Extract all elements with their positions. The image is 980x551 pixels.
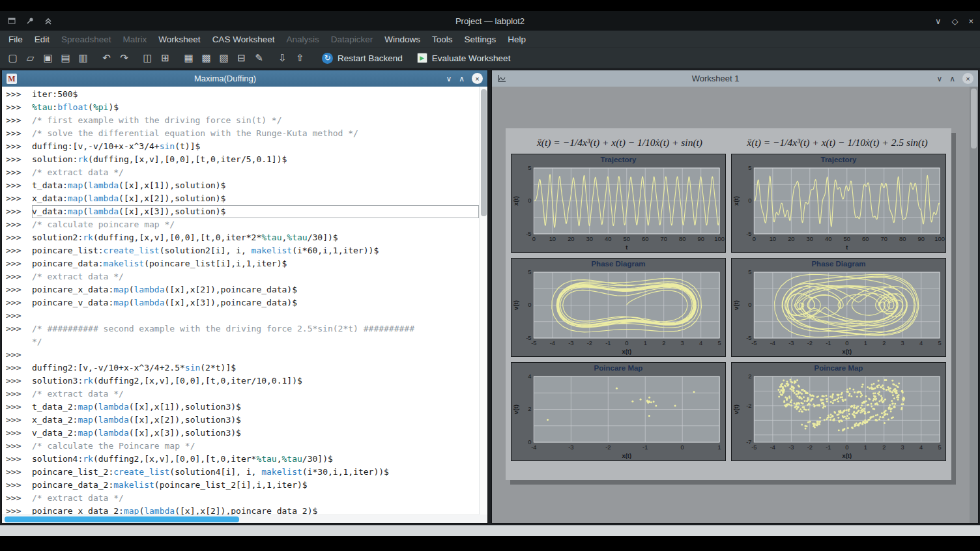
- cas-maximize-button[interactable]: ∧: [459, 74, 465, 83]
- code-line-active[interactable]: >>>v_data:map(lambda([x],x[3]),solution)…: [6, 205, 479, 218]
- code-area[interactable]: >>>iter:500$>>>%tau:bfloat(%pi)$>>>/* fi…: [2, 87, 479, 515]
- plot-poincare-sin[interactable]: Poincare Map-4-3-2-101024x(t)v(t): [511, 362, 726, 461]
- code-line[interactable]: >>>duffing2:[v,-v/10+x-x^3/4+2.5*sin(2*t…: [6, 361, 479, 374]
- cas-horizontal-scrollbar[interactable]: [2, 515, 479, 523]
- code-line[interactable]: >>>/* extract data */: [6, 270, 479, 283]
- plot-poincare-2.5sin[interactable]: Poincare Map-5-4-3-2-10123452-2-7x(t)v(t…: [731, 362, 946, 461]
- code-line[interactable]: >>>iter:500$: [6, 88, 479, 101]
- code-line[interactable]: >>>/* solve the differential equation wi…: [6, 127, 479, 140]
- redo-icon[interactable]: ↷: [115, 50, 133, 66]
- code-line[interactable]: >>>/* calculate poincare map */: [6, 218, 479, 231]
- cas-minimize-button[interactable]: ∨: [446, 74, 452, 83]
- code-line[interactable]: >>>/* ########## second example with the…: [6, 322, 479, 335]
- cas-vertical-scrollbar-thumb[interactable]: [481, 89, 487, 216]
- svg-text:100: 100: [934, 235, 945, 242]
- worksheet-close-button[interactable]: ×: [962, 73, 973, 84]
- worksheet-vertical-scrollbar[interactable]: [970, 87, 978, 523]
- code-line[interactable]: >>>solution2:rk(duffing,[x,v],[0,0],[t,0…: [6, 231, 479, 244]
- svg-text:3: 3: [901, 339, 904, 346]
- menu-edit[interactable]: Edit: [29, 32, 55, 47]
- plot-trajectory-sin[interactable]: Trajectory0102030405060708090100-505tx(t…: [511, 154, 726, 253]
- code-text: t_data:map(lambda([x],x[1]),solution)$: [32, 179, 479, 192]
- code-line[interactable]: >>>solution:rk(duffing,[x,v],[0,0],[t,0,…: [6, 153, 479, 166]
- export-icon[interactable]: ⇧: [291, 50, 309, 66]
- code-line[interactable]: >>>x_data:map(lambda([x],x[2]),solution)…: [6, 192, 479, 205]
- code-line[interactable]: */: [6, 335, 479, 348]
- color-pen-icon[interactable]: ✎: [250, 50, 268, 66]
- code-line[interactable]: >>>solution4:rk(duffing2,[x,v],[0,0],[t,…: [6, 453, 479, 466]
- code-line[interactable]: >>>: [6, 348, 479, 361]
- svg-text:x(t): x(t): [512, 196, 519, 206]
- code-line[interactable]: >>>t_data:map(lambda([x],x[1]),solution)…: [6, 179, 479, 192]
- close-button[interactable]: ×: [968, 16, 973, 26]
- new-spreadsheet-icon[interactable]: ▦: [180, 50, 197, 66]
- menu-settings[interactable]: Settings: [459, 32, 502, 47]
- code-line[interactable]: >>>poincare_x_data_2:map(lambda([x],x[2]…: [6, 505, 479, 515]
- plot-phase-2.5sin[interactable]: Phase Diagram-5-4-3-2-1012345-505x(t)v(t…: [731, 258, 946, 357]
- menu-cas-worksheet[interactable]: CAS Worksheet: [207, 32, 281, 47]
- code-line[interactable]: >>>/* first example with the driving for…: [6, 114, 479, 127]
- new-worksheet-icon[interactable]: ▧: [215, 50, 233, 66]
- code-line[interactable]: >>>poincare_list_2:create_list(solution4…: [6, 466, 479, 479]
- worksheet-minimize-button[interactable]: ∨: [936, 74, 942, 83]
- restart-backend-button[interactable]: ↻ Restart Backend: [315, 49, 410, 66]
- worksheet-window-titlebar[interactable]: Worksheet 1 ∨ ∧ ×: [492, 70, 978, 87]
- pin-icon[interactable]: [25, 16, 35, 26]
- print-preview-icon[interactable]: ▥: [74, 50, 92, 66]
- cas-close-button[interactable]: ×: [472, 73, 483, 84]
- undo-icon[interactable]: ↶: [98, 50, 115, 66]
- menu-windows[interactable]: Windows: [379, 32, 426, 47]
- minimize-button[interactable]: ∨: [935, 16, 942, 26]
- open-folder-icon[interactable]: ▱: [22, 50, 39, 66]
- svg-text:5: 5: [528, 165, 531, 171]
- keep-above-icon[interactable]: [43, 16, 53, 26]
- code-line[interactable]: >>>x_data_2:map(lambda([x],x[2]),solutio…: [6, 414, 479, 427]
- code-line[interactable]: >>>t_data_2:map(lambda([x],x[1]),solutio…: [6, 401, 479, 414]
- cas-editor[interactable]: >>>iter:500$>>>%tau:bfloat(%pi)$>>>/* fi…: [2, 87, 487, 523]
- cas-window-titlebar[interactable]: M Maxima(Duffing) ∨ ∧ ×: [2, 70, 487, 87]
- new-cas-worksheet-icon[interactable]: ⊞: [156, 50, 174, 66]
- worksheet-view[interactable]: ẍ(t) = −1/4x³(t) + x(t) − 1/10ẋ(t) + sin…: [492, 87, 978, 523]
- prompt: >>>: [6, 401, 32, 414]
- maximize-button[interactable]: ◇: [951, 16, 958, 26]
- equation-label-2: ẍ(t) = −1/4x³(t) + x(t) − 1/10ẋ(t) + 2.5…: [728, 137, 946, 148]
- new-notes-icon[interactable]: ⊟: [233, 50, 250, 66]
- prompt: >>>: [6, 427, 32, 440]
- menu-worksheet[interactable]: Worksheet: [152, 32, 206, 47]
- code-line[interactable]: >>>/* extract data */: [6, 388, 479, 401]
- worksheet-page[interactable]: ẍ(t) = −1/4x³(t) + x(t) − 1/10ẋ(t) + sin…: [506, 128, 951, 480]
- code-line[interactable]: >>>poincare_v_data:map(lambda([x],x[3]),…: [6, 296, 479, 309]
- code-line[interactable]: >>>/* extract data */: [6, 492, 479, 505]
- code-line[interactable]: >>>v_data_2:map(lambda([x],x[3]),solutio…: [6, 427, 479, 440]
- worksheet-maximize-button[interactable]: ∧: [949, 74, 955, 83]
- evaluate-worksheet-button[interactable]: ▶ Evaluate Worksheet: [410, 49, 518, 66]
- new-workbook-icon[interactable]: ◫: [139, 50, 156, 66]
- code-line[interactable]: >>>%tau:bfloat(%pi)$: [6, 101, 479, 114]
- print-icon[interactable]: ▤: [57, 50, 74, 66]
- code-line[interactable]: >>>poincare_x_data:map(lambda([x],x[2]),…: [6, 283, 479, 296]
- code-line[interactable]: >>>poincare_data_2:makelist(poincare_lis…: [6, 479, 479, 492]
- cas-vertical-scrollbar[interactable]: [479, 87, 487, 515]
- menu-help[interactable]: Help: [502, 32, 532, 47]
- new-matrix-icon[interactable]: ▩: [197, 50, 215, 66]
- code-line[interactable]: >>>: [6, 309, 479, 322]
- code-line[interactable]: >>>poincare_list:create_list(solution2[i…: [6, 244, 479, 257]
- plot-trajectory-2.5sin[interactable]: Trajectory0102030405060708090100-505tx(t…: [731, 154, 946, 253]
- menu-file[interactable]: File: [3, 32, 29, 47]
- plot-canvas: -5-4-3-2-10123452-2-7x(t)v(t): [732, 373, 945, 460]
- new-document-icon[interactable]: ▢: [4, 50, 22, 66]
- code-line[interactable]: >>>poincare_data:makelist(poincare_list[…: [6, 257, 479, 270]
- code-line[interactable]: >>>solution3:rk(duffing2,[x,v],[0,0],[t,…: [6, 374, 479, 388]
- toolbar: ▢▱▣▤▥↶↷◫⊞▦▩▧⊟✎⇩⇧ ↻ Restart Backend ▶ Eva…: [0, 48, 980, 68]
- code-line[interactable]: >>>duffing:[v,-v/10+x-x^3/4+sin(t)]$: [6, 140, 479, 153]
- save-icon[interactable]: ▣: [39, 50, 57, 66]
- code-line[interactable]: >>>/* calculate the Poincare map */: [6, 440, 479, 453]
- cas-horizontal-scrollbar-thumb[interactable]: [5, 516, 239, 522]
- all-desktops-icon[interactable]: [7, 16, 17, 26]
- plot-phase-sin[interactable]: Phase Diagram-5-4-3-2-1012345-505x(t)v(t…: [511, 258, 726, 357]
- titlebar: Project — labplot2 ∨ ◇ ×: [0, 11, 980, 31]
- import-icon[interactable]: ⇩: [274, 50, 291, 66]
- code-line[interactable]: >>>/* extract data */: [6, 166, 479, 179]
- menu-tools[interactable]: Tools: [426, 32, 459, 47]
- worksheet-vertical-scrollbar-thumb[interactable]: [971, 89, 977, 148]
